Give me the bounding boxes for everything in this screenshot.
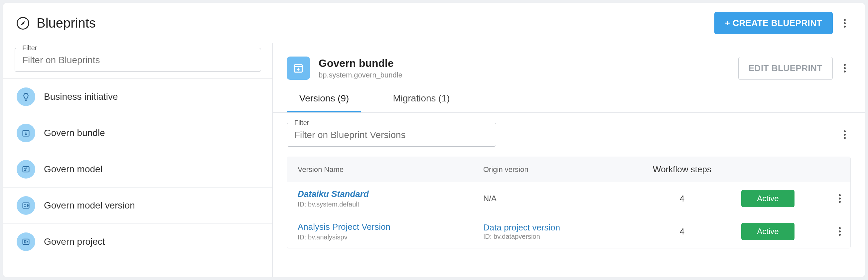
status-badge: Active xyxy=(741,223,795,240)
sidebar-item-govern-project[interactable]: Govern project xyxy=(3,224,272,260)
version-filter-field[interactable]: Filter xyxy=(287,123,496,147)
app-root: Blueprints + CREATE BLUEPRINT Filter xyxy=(3,3,865,277)
edit-blueprint-button[interactable]: EDIT BLUEPRINT xyxy=(738,57,833,80)
table-row: Dataiku Standard ID: bv.system.default N… xyxy=(287,182,850,215)
sidebar-item-label: Govern model version xyxy=(44,200,135,211)
sidebar: Filter Business initiative xyxy=(3,43,273,277)
version-filter-legend: Filter xyxy=(292,119,311,127)
version-name: Analysis Project Version xyxy=(298,222,480,232)
sidebar-item-govern-model-version[interactable]: Govern model version xyxy=(3,188,272,224)
blueprint-id: bp.system.govern_bundle xyxy=(319,71,402,80)
row-overflow-menu[interactable] xyxy=(836,224,844,239)
version-name-cell[interactable]: Dataiku Standard ID: bv.system.default xyxy=(298,189,480,208)
sidebar-item-label: Business initiative xyxy=(44,91,118,102)
blueprint-title-block: Govern bundle bp.system.govern_bundle xyxy=(319,57,402,80)
sidebar-filter-wrap: Filter xyxy=(3,43,272,79)
sidebar-item-business-initiative[interactable]: Business initiative xyxy=(3,79,272,115)
model-icon xyxy=(17,160,35,179)
col-header-origin: Origin version xyxy=(483,165,636,174)
project-icon xyxy=(17,232,35,251)
tab-versions[interactable]: Versions (9) xyxy=(287,90,361,113)
page-title: Blueprints xyxy=(37,15,96,31)
tab-migrations[interactable]: Migrations (1) xyxy=(381,90,462,113)
blueprint-icon xyxy=(287,57,310,80)
bulb-icon xyxy=(17,88,35,106)
bundle-icon xyxy=(17,124,35,142)
sidebar-filter-legend: Filter xyxy=(20,44,39,52)
workflow-steps: 4 xyxy=(639,226,725,237)
origin-name: Data project version xyxy=(483,222,560,232)
col-header-name: Version Name xyxy=(298,165,480,174)
create-blueprint-button[interactable]: + CREATE BLUEPRINT xyxy=(714,12,833,34)
sidebar-item-govern-bundle[interactable]: Govern bundle xyxy=(3,115,272,151)
sidebar-filter-input[interactable] xyxy=(22,55,253,65)
svg-rect-3 xyxy=(23,166,29,172)
blueprint-header-left: Govern bundle bp.system.govern_bundle xyxy=(287,57,402,80)
app-header: Blueprints + CREATE BLUEPRINT xyxy=(3,3,865,43)
origin-cell: N/A xyxy=(483,194,636,203)
tabs: Versions (9) Migrations (1) xyxy=(273,80,865,113)
sidebar-list: Business initiative Govern bundle xyxy=(3,79,272,277)
header-right: + CREATE BLUEPRINT xyxy=(714,12,849,34)
blueprint-header: Govern bundle bp.system.govern_bundle ED… xyxy=(273,43,865,80)
sidebar-item-label: Govern bundle xyxy=(44,128,105,138)
origin-id: ID: bv.datapversion xyxy=(483,233,540,240)
version-id: ID: bv.system.default xyxy=(298,200,480,208)
origin-na: N/A xyxy=(483,194,497,203)
svg-rect-6 xyxy=(24,241,26,243)
sidebar-item-govern-model[interactable]: Govern model xyxy=(3,151,272,188)
version-id: ID: bv.analysispv xyxy=(298,234,480,241)
header-overflow-menu[interactable] xyxy=(841,16,849,30)
model-version-icon xyxy=(17,196,35,215)
version-name: Dataiku Standard xyxy=(298,189,480,199)
sidebar-filter-field[interactable]: Filter xyxy=(14,48,261,72)
versions-overflow-menu[interactable] xyxy=(841,128,849,142)
status-badge: Active xyxy=(741,190,795,207)
sidebar-item-label: Govern model xyxy=(44,164,102,175)
blueprint-header-right: EDIT BLUEPRINT xyxy=(738,57,849,80)
blueprint-title: Govern bundle xyxy=(319,57,402,69)
col-header-steps: Workflow steps xyxy=(639,164,725,175)
versions-table: Version Name Origin version Workflow ste… xyxy=(287,157,851,248)
version-filter-input[interactable] xyxy=(294,130,489,140)
app-header-left: Blueprints xyxy=(16,15,96,31)
app-body: Filter Business initiative xyxy=(3,43,865,277)
table-header: Version Name Origin version Workflow ste… xyxy=(287,157,850,182)
version-filter-row: Filter xyxy=(273,113,865,157)
origin-cell[interactable]: Data project version ID: bv.datapversion xyxy=(483,222,636,241)
row-overflow-menu[interactable] xyxy=(836,191,844,206)
table-row: Analysis Project Version ID: bv.analysis… xyxy=(287,215,850,248)
svg-marker-1 xyxy=(21,21,25,26)
main-panel: Govern bundle bp.system.govern_bundle ED… xyxy=(273,43,865,277)
sidebar-item-label: Govern project xyxy=(44,237,105,247)
version-name-cell[interactable]: Analysis Project Version ID: bv.analysis… xyxy=(298,222,480,241)
workflow-steps: 4 xyxy=(639,193,725,204)
svg-point-7 xyxy=(27,242,28,242)
compass-icon xyxy=(16,16,30,30)
blueprint-overflow-menu[interactable] xyxy=(841,61,849,75)
